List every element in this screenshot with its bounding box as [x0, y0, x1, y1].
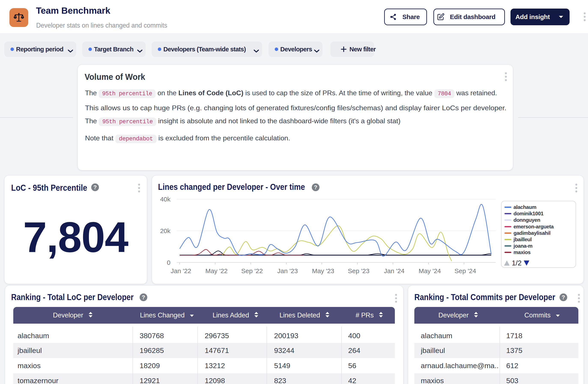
svg-text:40k: 40k: [160, 196, 171, 203]
svg-text:Jan '23: Jan '23: [277, 267, 298, 274]
svg-text:0: 0: [167, 259, 170, 266]
svg-text:May '23: May '23: [312, 267, 334, 274]
svg-text:May '22: May '22: [205, 267, 228, 274]
svg-text:Sep '23: Sep '23: [348, 267, 370, 274]
svg-text:Jan '24: Jan '24: [384, 267, 404, 274]
svg-text:Sep '24: Sep '24: [455, 267, 476, 274]
svg-text:May '24: May '24: [419, 267, 441, 274]
svg-text:Sep '22: Sep '22: [241, 267, 263, 274]
svg-text:Jan '22: Jan '22: [171, 267, 191, 274]
svg-text:20k: 20k: [160, 227, 171, 234]
